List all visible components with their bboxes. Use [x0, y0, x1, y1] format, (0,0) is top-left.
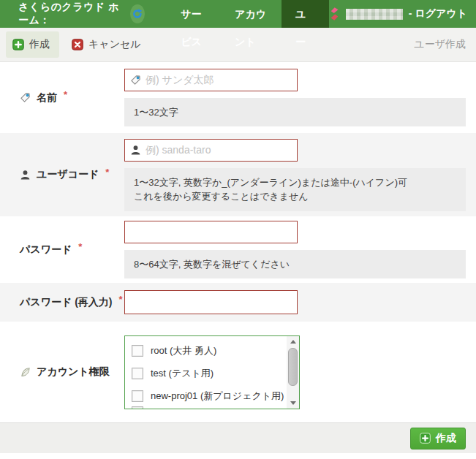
password-confirm-label-cell: パスワード (再入力)* — [0, 283, 124, 322]
checkbox-root[interactable] — [132, 345, 143, 357]
checkbox-test[interactable] — [132, 368, 143, 379]
option-label: root (大井 勇人) — [151, 344, 216, 357]
toolbar-cancel-button[interactable]: キャンセル — [65, 31, 151, 58]
list-item[interactable]: new-proj01 (新プロジェクト用) — [125, 385, 287, 408]
privileges-label: アカウント権限 — [37, 365, 110, 379]
footer-create-label: 作成 — [436, 432, 456, 445]
required-marker: * — [119, 294, 123, 305]
checkbox-new-proj01[interactable] — [132, 390, 143, 402]
user-icon — [130, 145, 141, 156]
usercode-input[interactable] — [146, 144, 292, 156]
nav-menu: サービス アカウント ユーザ — [167, 0, 329, 28]
nav-item-users[interactable]: ユーザ — [282, 0, 329, 28]
form-row-password: パスワード* 8〜64文字, 英数字を混ぜてください — [0, 216, 476, 283]
usercode-input-box — [124, 139, 298, 162]
triangle-up-icon — [290, 340, 296, 344]
list-item[interactable]: root (大井 勇人) — [125, 340, 287, 363]
password-hint-line1: 8〜64文字, 英数字を混ぜてください — [134, 257, 456, 272]
required-marker: * — [78, 241, 82, 252]
name-hint-line1: 1〜32文字 — [134, 105, 456, 120]
scrollbar-thumb[interactable] — [288, 348, 298, 386]
refresh-button[interactable] — [130, 4, 145, 23]
form-row-password-confirm: パスワード (再入力)* — [0, 283, 476, 322]
cancel-x-icon — [72, 39, 83, 50]
usercode-hint: 1〜32文字, 英数字か_(アンダーライン)または途中-(ハイフン)可 これを後… — [124, 168, 466, 211]
option-label: new-proj01 (新プロジェクト用) — [151, 390, 284, 403]
refresh-icon — [132, 8, 143, 20]
tag-icon — [130, 75, 141, 86]
user-icon — [20, 170, 31, 181]
password-confirm-label: パスワード (再入力) — [20, 296, 113, 309]
toolbar-create-button[interactable]: 作成 — [6, 31, 59, 58]
privileges-listbox: root (大井 勇人) test (テスト用) new-proj01 (新プロ… — [124, 335, 300, 409]
feather-icon — [20, 367, 31, 378]
sakura-logo-icon — [329, 7, 340, 21]
password-input-box — [124, 221, 298, 243]
name-hint: 1〜32文字 — [124, 98, 466, 127]
privileges-options: root (大井 勇人) test (テスト用) new-proj01 (新プロ… — [125, 340, 287, 408]
toolbar-cancel-label: キャンセル — [88, 38, 141, 51]
top-nav-bar: さくらのクラウド ホーム： サービス アカウント ユーザ - ログアウト — [0, 0, 476, 28]
password-label-cell: パスワード* — [0, 216, 124, 283]
page-title: ユーザ作成 — [414, 38, 466, 51]
form-row-privileges: アカウント権限 root (大井 勇人) test (テスト用) new-pro… — [0, 322, 476, 422]
password-hint: 8〜64文字, 英数字を混ぜてください — [124, 250, 466, 279]
plus-icon — [12, 39, 24, 50]
required-marker: * — [64, 89, 67, 100]
password-label: パスワード — [20, 243, 72, 257]
brand-home-link[interactable]: さくらのクラウド ホーム： — [18, 1, 121, 27]
password-confirm-input-box — [124, 290, 298, 314]
nav-item-services[interactable]: サービス — [167, 0, 221, 28]
form-row-usercode: ユーザコード* 1〜32文字, 英数字か_(アンダーライン)または途中-(ハイフ… — [0, 133, 476, 216]
scroll-down-button[interactable] — [287, 398, 299, 409]
privileges-label-cell: アカウント権限 — [0, 322, 124, 422]
username-redacted — [346, 9, 403, 20]
nav-user-area: - ログアウト — [329, 7, 467, 21]
footer-create-button[interactable]: 作成 — [410, 428, 466, 449]
usercode-hint-line1: 1〜32文字, 英数字か_(アンダーライン)または途中-(ハイフン)可 — [134, 175, 456, 190]
checkbox-cutoff[interactable] — [132, 406, 143, 409]
nav-item-accounts[interactable]: アカウント — [221, 0, 282, 28]
required-marker: * — [105, 167, 109, 178]
option-label: test (テスト用) — [151, 367, 214, 380]
name-label: 名前 — [37, 91, 57, 105]
password-confirm-input[interactable] — [130, 297, 292, 308]
triangle-down-icon — [290, 401, 296, 405]
listbox-scrollbar[interactable] — [287, 336, 299, 409]
form-row-name: 名前* 1〜32文字 — [0, 62, 476, 133]
name-label-cell: 名前* — [0, 62, 124, 133]
logout-link[interactable]: - ログアウト — [409, 7, 467, 20]
usercode-label: ユーザコード — [37, 168, 99, 181]
scroll-up-button[interactable] — [287, 336, 299, 347]
toolbar-create-label: 作成 — [29, 38, 50, 51]
usercode-hint-line2: これを後から変更することはできません — [134, 189, 456, 204]
footer-bar: 作成 — [0, 422, 476, 453]
password-input[interactable] — [130, 226, 292, 238]
plus-icon — [420, 433, 431, 444]
name-input[interactable] — [146, 74, 292, 86]
usercode-label-cell: ユーザコード* — [0, 133, 124, 216]
list-item[interactable]: test (テスト用) — [125, 363, 287, 385]
name-input-box — [124, 69, 298, 91]
tag-icon — [20, 92, 31, 103]
